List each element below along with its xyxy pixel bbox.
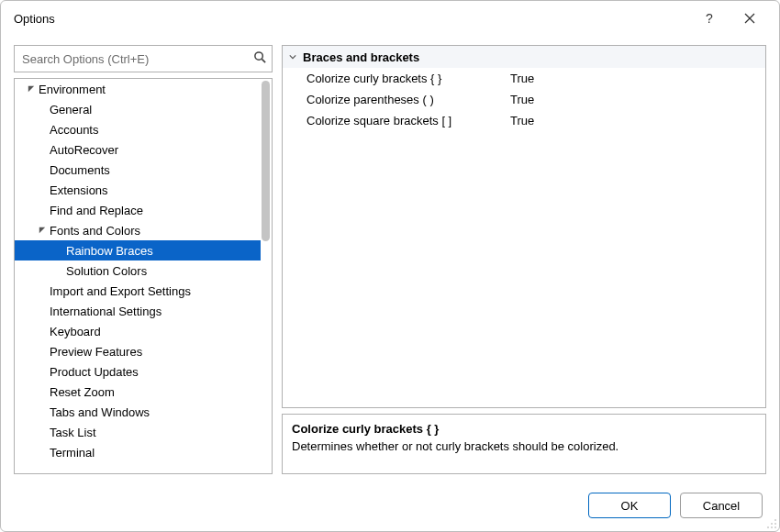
tree-node[interactable]: Rainbow Braces	[15, 240, 261, 260]
tree-node[interactable]: AutoRecover	[15, 139, 261, 160]
property-row[interactable]: Colorize curly brackets { }True	[283, 68, 765, 89]
tree-node[interactable]: Task List	[15, 422, 261, 442]
help-icon: ?	[706, 11, 713, 26]
tree-node-label: Find and Replace	[50, 204, 143, 217]
search-input[interactable]	[14, 45, 273, 72]
tree-node[interactable]: Documents	[15, 160, 261, 180]
svg-line-3	[262, 59, 265, 62]
property-name: Colorize curly brackets { }	[283, 72, 507, 85]
property-name: Colorize parentheses ( )	[283, 93, 507, 106]
svg-point-6	[774, 519, 776, 521]
options-dialog: Options ? Environment	[0, 0, 780, 532]
tree-node[interactable]: Import and Export Settings	[15, 281, 261, 301]
tree-scrollbar[interactable]	[262, 81, 270, 241]
chevron-down-icon	[286, 53, 299, 61]
tree-node-label: Task List	[50, 426, 96, 439]
tree-node-label: Solution Colors	[66, 264, 147, 278]
tree-node-label: Fonts and Colors	[50, 224, 140, 238]
property-value[interactable]: True	[507, 93, 765, 106]
help-button[interactable]: ?	[689, 5, 730, 32]
search-icon[interactable]	[253, 50, 267, 67]
property-category-label: Braces and brackets	[303, 50, 419, 64]
svg-point-11	[774, 526, 776, 528]
tree-node-label: Preview Features	[50, 345, 142, 359]
tree-node[interactable]: Preview Features	[15, 341, 261, 361]
svg-point-8	[774, 523, 776, 525]
tree-node-label: Terminal	[50, 446, 95, 460]
options-tree[interactable]: EnvironmentGeneralAccountsAutoRecoverDoc…	[15, 79, 272, 473]
window-title: Options	[14, 12, 55, 26]
tree-node-label: Extensions	[50, 183, 108, 197]
close-icon	[744, 13, 755, 24]
tree-node-label: Product Updates	[50, 365, 139, 379]
tree-node-label: Environment	[39, 83, 106, 96]
tree-node-label: Reset Zoom	[50, 385, 115, 399]
property-category-row[interactable]: Braces and brackets	[283, 46, 765, 68]
ok-button[interactable]: OK	[588, 493, 671, 518]
tree-node[interactable]: Environment	[15, 79, 261, 99]
tree-node-label: Accounts	[50, 123, 98, 137]
tree-node[interactable]: Product Updates	[15, 361, 261, 382]
svg-point-7	[771, 523, 773, 525]
property-grid: Braces and brackets Colorize curly brack…	[282, 45, 766, 408]
property-value[interactable]: True	[507, 72, 765, 85]
svg-marker-4	[28, 86, 34, 92]
svg-point-10	[771, 526, 773, 528]
description-panel: Colorize curly brackets { } Determines w…	[282, 414, 766, 474]
svg-marker-5	[39, 227, 45, 233]
tree-node[interactable]: Tabs and Windows	[15, 402, 261, 422]
tree-node-label: Tabs and Windows	[50, 405, 150, 419]
tree-node[interactable]: Find and Replace	[15, 200, 261, 220]
property-row[interactable]: Colorize square brackets [ ]True	[283, 110, 765, 131]
close-button[interactable]	[730, 5, 770, 32]
property-name: Colorize square brackets [ ]	[283, 114, 507, 127]
tree-node[interactable]: Fonts and Colors	[15, 220, 261, 240]
tree-panel: EnvironmentGeneralAccountsAutoRecoverDoc…	[14, 78, 273, 474]
dialog-footer: OK Cancel	[1, 480, 779, 531]
tree-node-label: Rainbow Braces	[66, 244, 153, 258]
tree-node[interactable]: General	[15, 99, 261, 119]
tree-node[interactable]: Reset Zoom	[15, 382, 261, 402]
tree-node[interactable]: Terminal	[15, 442, 261, 462]
resize-grip-icon[interactable]	[764, 516, 777, 529]
tree-node-label: Import and Export Settings	[50, 284, 191, 298]
tree-node[interactable]: International Settings	[15, 301, 261, 321]
tree-node[interactable]: Extensions	[15, 180, 261, 200]
cancel-button[interactable]: Cancel	[680, 493, 763, 518]
tree-node-label: International Settings	[50, 305, 162, 318]
tree-node-label: AutoRecover	[50, 143, 118, 157]
tree-node-label: Keyboard	[50, 325, 101, 338]
svg-point-9	[767, 526, 769, 528]
titlebar: Options ?	[1, 1, 779, 36]
svg-point-2	[255, 52, 262, 60]
description-title: Colorize curly brackets { }	[292, 422, 756, 436]
search-wrapper	[14, 45, 273, 72]
chevron-down-icon	[37, 227, 48, 234]
chevron-down-icon	[26, 85, 37, 93]
tree-node[interactable]: Keyboard	[15, 321, 261, 341]
tree-node[interactable]: Solution Colors	[15, 260, 261, 281]
tree-node[interactable]: Accounts	[15, 119, 261, 139]
description-body: Determines whether or not curly brackets…	[292, 439, 756, 453]
property-value[interactable]: True	[507, 114, 765, 127]
tree-node-label: Documents	[50, 163, 110, 177]
property-row[interactable]: Colorize parentheses ( )True	[283, 89, 765, 110]
tree-node-label: General	[50, 103, 92, 116]
